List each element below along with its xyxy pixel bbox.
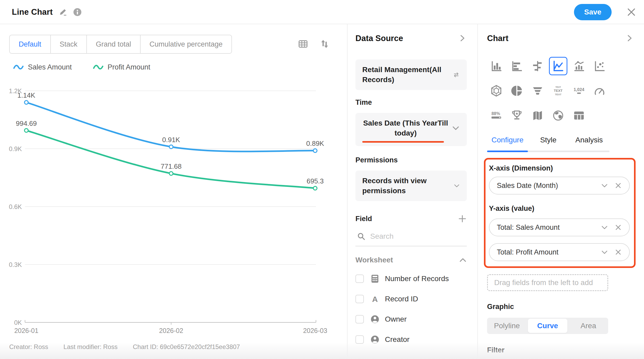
chart-type-world-map[interactable]: [549, 106, 567, 125]
chevron-down-icon[interactable]: [453, 182, 460, 190]
legend-item-profit-amount[interactable]: Profit Amount: [93, 63, 150, 71]
field-label: Owner: [385, 315, 407, 323]
permissions-card[interactable]: Records with view permissions: [355, 171, 467, 201]
graphic-option-area[interactable]: Area: [568, 318, 608, 334]
svg-text:2026-01: 2026-01: [14, 327, 38, 334]
chart-type-bar-bidirectional[interactable]: [528, 57, 547, 75]
chart-type-radar[interactable]: [487, 82, 506, 100]
chart-type-number[interactable]: 1,024: [570, 82, 588, 100]
yaxis-field-pill-profit[interactable]: Total: Profit Amount: [489, 243, 630, 261]
field-item-owner[interactable]: Owner: [355, 309, 467, 329]
line-chart-plot[interactable]: 0K0.3K0.6K0.9K1.2K2026-012026-022026-031…: [0, 74, 348, 359]
remove-field-icon[interactable]: [615, 248, 622, 256]
tab-analysis[interactable]: Analysis: [569, 136, 610, 151]
legend-label: Sales Amount: [28, 63, 72, 71]
wave-icon-green: [93, 64, 103, 71]
yaxis-field-value: Total: Sales Amount: [497, 223, 601, 232]
funnel-chart-icon: [532, 85, 544, 97]
top-bar: Line Chart Save: [0, 0, 644, 24]
chevron-down-icon[interactable]: [452, 124, 460, 132]
wave-icon-blue: [13, 64, 24, 71]
edit-pencil-icon[interactable]: [58, 8, 67, 17]
close-icon[interactable]: [626, 7, 637, 17]
view-tab-stack[interactable]: Stack: [51, 35, 87, 53]
graphic-option-curve[interactable]: Curve: [528, 319, 568, 333]
chevron-right-icon[interactable]: [625, 34, 634, 43]
view-tab-cumulative-percentage[interactable]: Cumulative percentage: [141, 35, 232, 53]
chevron-down-icon[interactable]: [601, 182, 608, 189]
chart-footer: Creator: Ross Last modifier: Ross Chart …: [9, 343, 240, 351]
radar-chart-icon: [490, 85, 502, 97]
chart-type-bar[interactable]: [487, 57, 506, 75]
chart-type-bar-horizontal[interactable]: [508, 57, 526, 75]
permissions-section-label: Permissions: [355, 156, 467, 164]
creator-text: Creator: Ross: [9, 343, 48, 351]
data-source-panel: Data Source Retail Management(All Record…: [348, 24, 478, 359]
swap-icon[interactable]: [453, 70, 460, 79]
chart-type-trophy[interactable]: [508, 106, 526, 125]
chart-type-table[interactable]: [570, 106, 588, 125]
chart-type-funnel[interactable]: [528, 82, 547, 100]
chevron-right-icon[interactable]: [458, 34, 467, 43]
sort-icon[interactable]: [320, 39, 330, 49]
chart-type-scatter[interactable]: [590, 57, 609, 75]
yaxis-field-value: Total: Profit Amount: [497, 248, 601, 256]
checkbox[interactable]: [355, 275, 364, 283]
person-icon: [370, 335, 380, 344]
search-input[interactable]: [370, 232, 449, 241]
add-field-icon[interactable]: [458, 214, 467, 223]
config-tabs: Configure Style Analysis: [487, 136, 610, 152]
drag-fields-drop-zone[interactable]: Drag fields from the left to add: [487, 274, 608, 291]
chart-type-pie[interactable]: [508, 82, 526, 100]
last-modifier-text: Last modifier: Ross: [63, 343, 117, 351]
time-annotation-underline: [362, 141, 444, 143]
chevron-down-icon[interactable]: [601, 224, 608, 231]
field-item-creator[interactable]: Creator: [355, 329, 467, 350]
info-icon[interactable]: [73, 8, 82, 16]
calculator-icon: [370, 274, 380, 283]
time-field-card[interactable]: Sales Date (This YearTill today): [355, 113, 467, 146]
table-icon[interactable]: [298, 39, 308, 49]
checkbox[interactable]: [355, 315, 364, 323]
yaxis-field-pill-sales[interactable]: Total: Sales Amount: [489, 218, 630, 236]
time-field-value: Sales Date (This YearTill today): [362, 118, 449, 138]
remove-field-icon[interactable]: [615, 182, 622, 189]
svg-text:0.3K: 0.3K: [9, 261, 22, 268]
chart-type-line[interactable]: [549, 57, 567, 75]
legend-item-sales-amount[interactable]: Sales Amount: [13, 63, 72, 71]
chevron-up-icon[interactable]: [459, 256, 467, 264]
chart-toolbar: [298, 39, 330, 49]
chart-type-progress[interactable]: 88%: [487, 106, 506, 125]
save-button[interactable]: Save: [574, 4, 612, 20]
remove-field-icon[interactable]: [615, 224, 622, 231]
number-chart-icon: 1,024: [573, 85, 585, 97]
view-tab-grand-total[interactable]: Grand total: [87, 35, 141, 53]
search-icon: [357, 232, 365, 241]
svg-text:TEXT: TEXT: [556, 86, 561, 88]
tab-configure[interactable]: Configure: [487, 136, 528, 151]
chevron-down-icon[interactable]: [601, 248, 608, 256]
data-source-card[interactable]: Retail Management(All Records): [355, 59, 467, 90]
graphic-option-polyline[interactable]: Polyline: [487, 318, 527, 334]
chart-type-map[interactable]: [528, 106, 547, 125]
xaxis-field-pill[interactable]: Sales Date (Month): [489, 177, 630, 195]
chart-type-gauge[interactable]: [590, 82, 609, 100]
svg-text:TEXT: TEXT: [555, 93, 562, 96]
field-item-number-of-records[interactable]: Number of Records: [355, 268, 467, 289]
field-item-record-id[interactable]: A Record ID: [355, 289, 467, 309]
checkbox[interactable]: [355, 335, 364, 344]
combo-chart-icon: [573, 60, 585, 72]
scatter-chart-icon: [593, 60, 606, 72]
axis-config-annotation-box: X-axis (Dimension) Sales Date (Month) Y-…: [484, 158, 636, 268]
view-tab-default[interactable]: Default: [10, 35, 51, 53]
gauge-chart-icon: [593, 85, 606, 97]
tab-underline-active: [487, 151, 528, 152]
tab-style[interactable]: Style: [528, 136, 569, 151]
chart-type-text[interactable]: TEXT TEXT TEXT: [549, 82, 567, 100]
checkbox[interactable]: [355, 295, 364, 303]
chart-type-combo[interactable]: [570, 57, 588, 75]
chart-config-panel: Chart: [478, 24, 644, 359]
data-source-title: Data Source: [355, 34, 403, 43]
permissions-value: Records with view permissions: [362, 176, 450, 196]
globe-icon: [552, 109, 564, 122]
